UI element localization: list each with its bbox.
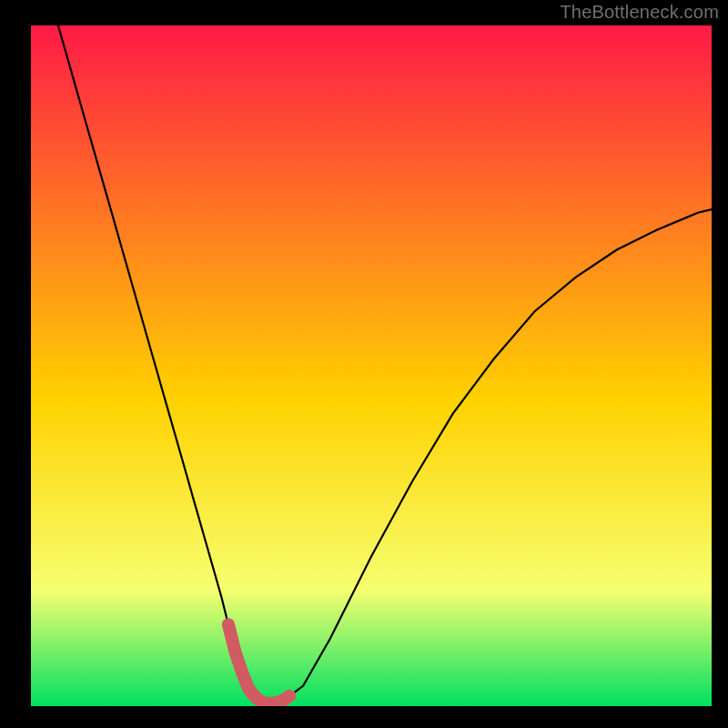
chart-svg: [31, 25, 712, 706]
chart-frame: TheBottleneck.com: [0, 0, 728, 728]
optimal-zone-dot: [222, 619, 234, 631]
plot-area: [31, 25, 712, 706]
optimal-zone-dot: [284, 690, 296, 702]
watermark-text: TheBottleneck.com: [560, 2, 719, 23]
gradient-background: [31, 25, 712, 706]
